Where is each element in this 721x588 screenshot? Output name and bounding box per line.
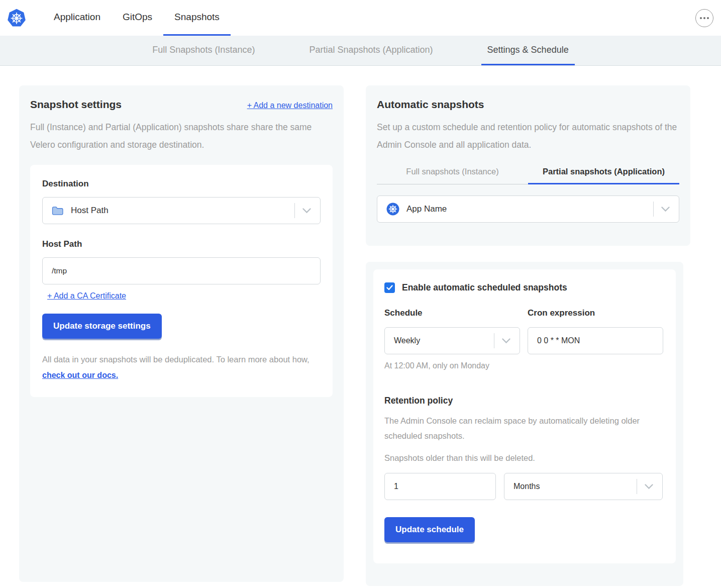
retention-value-input[interactable] (384, 473, 496, 500)
ellipsis-icon (700, 17, 702, 19)
tab-partial-snapshots[interactable]: Partial Snapshots (Application) (303, 36, 439, 65)
nav-item-gitops[interactable]: GitOps (112, 0, 163, 36)
snapshot-type-tabs: Full snapshots (Instance) Partial snapsh… (377, 167, 679, 184)
schedule-interval-select[interactable]: Weekly (384, 327, 520, 354)
snapshot-settings-title: Snapshot settings (30, 99, 122, 111)
add-ca-certificate-link[interactable]: + Add a CA Certificate (47, 291, 126, 300)
update-storage-settings-button[interactable]: Update storage settings (42, 314, 162, 339)
enable-snapshots-label: Enable automatic scheduled snapshots (402, 282, 567, 293)
cron-expression-label: Cron expression (528, 308, 663, 318)
tab-settings-schedule[interactable]: Settings & Schedule (481, 36, 575, 65)
main-content: Snapshot settings + Add a new destinatio… (0, 66, 721, 586)
tab-full-snapshots-instance[interactable]: Full snapshots (Instance) (377, 167, 528, 184)
automatic-snapshots-description: Set up a custom schedule and retention p… (377, 119, 679, 154)
schedule-label: Schedule (384, 308, 520, 318)
destination-label: Destination (42, 179, 321, 189)
nav-item-snapshots[interactable]: Snapshots (163, 0, 231, 36)
tab-full-snapshots[interactable]: Full Snapshots (Instance) (146, 36, 261, 65)
check-icon (386, 285, 393, 290)
snapshots-subnav: Full Snapshots (Instance) Partial Snapsh… (0, 36, 721, 66)
retention-unit-value: Months (513, 482, 540, 491)
folder-icon (52, 206, 63, 216)
destination-select-value: Host Path (71, 206, 109, 216)
storage-settings-panel: Destination Host Path Host Path + Add a … (30, 165, 333, 397)
retention-policy-description: The Admin Console can reclaim space by a… (384, 413, 665, 443)
retention-unit-select[interactable]: Months (504, 473, 663, 500)
automatic-snapshots-card: Automatic snapshots Set up a custom sche… (366, 85, 690, 246)
dedup-note: All data in your snapshots will be dedup… (42, 352, 321, 383)
host-path-input[interactable] (42, 257, 321, 284)
nav-item-application[interactable]: Application (43, 0, 112, 36)
cron-readable-text: At 12:00 AM, only on Monday (384, 361, 665, 370)
automatic-snapshots-title: Automatic snapshots (377, 99, 679, 111)
retention-policy-title: Retention policy (384, 396, 665, 406)
schedule-card: Enable automatic scheduled snapshots Sch… (366, 262, 683, 586)
chevron-down-icon (661, 207, 670, 212)
retention-hint: Snapshots older than this will be delete… (384, 453, 665, 463)
update-schedule-button[interactable]: Update schedule (384, 517, 475, 542)
docs-link[interactable]: check out our docs. (42, 371, 118, 379)
chevron-down-icon (502, 338, 510, 344)
top-navbar: Application GitOps Snapshots (0, 0, 721, 36)
kubernetes-logo (7, 9, 26, 28)
overflow-menu-button[interactable] (695, 9, 713, 27)
app-kubernetes-icon (386, 203, 399, 216)
enable-snapshots-checkbox[interactable] (384, 282, 395, 293)
add-destination-link[interactable]: + Add a new destination (247, 101, 333, 110)
snapshot-settings-card: Snapshot settings + Add a new destinatio… (19, 85, 344, 582)
main-nav: Application GitOps Snapshots (43, 0, 231, 36)
schedule-interval-value: Weekly (394, 336, 420, 345)
app-select[interactable]: App Name (377, 195, 679, 223)
tab-partial-snapshots-application[interactable]: Partial snapshots (Application) (528, 167, 679, 184)
host-path-label: Host Path (42, 239, 321, 249)
schedule-panel: Enable automatic scheduled snapshots Sch… (373, 269, 676, 563)
cron-expression-input[interactable] (528, 327, 663, 354)
app-select-value: App Name (406, 204, 447, 214)
destination-select[interactable]: Host Path (42, 197, 321, 224)
snapshot-settings-description: Full (Instance) and Partial (Application… (30, 119, 333, 154)
chevron-down-icon (302, 208, 311, 214)
chevron-down-icon (645, 484, 653, 489)
